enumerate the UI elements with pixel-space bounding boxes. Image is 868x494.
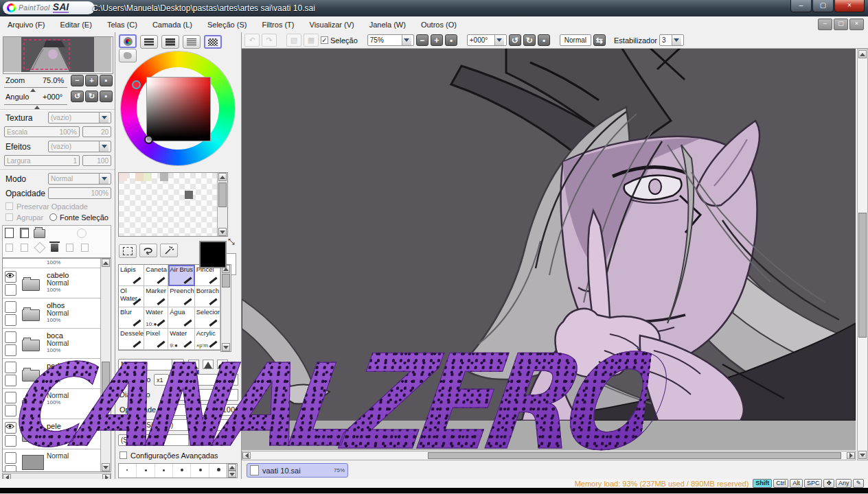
- swatch[interactable]: [144, 173, 152, 181]
- brush-shape-value[interactable]: 50: [203, 419, 238, 431]
- transfer-down-button[interactable]: [3, 242, 15, 254]
- flip-preview-button[interactable]: ▧: [286, 34, 301, 47]
- menu-telas[interactable]: Telas (C): [100, 21, 145, 29]
- canvas-vscrollbar[interactable]: [857, 49, 868, 460]
- canvas-rotate-reset-button[interactable]: ▪: [538, 34, 550, 46]
- rotate-reset-button[interactable]: ▪: [100, 91, 113, 102]
- layer-select-checkbox[interactable]: [5, 284, 16, 296]
- layer-select-checkbox[interactable]: [5, 314, 16, 326]
- scroll-up-button[interactable]: [858, 50, 867, 58]
- layer-visibility-toggle[interactable]: [5, 362, 16, 373]
- space-key-button[interactable]: SPC: [804, 479, 823, 488]
- layer-select-checkbox[interactable]: [5, 465, 16, 472]
- scroll-down-button[interactable]: [858, 451, 867, 459]
- menu-editar[interactable]: Editar (E): [52, 21, 99, 29]
- layer-visibility-toggle[interactable]: [5, 392, 16, 403]
- merge-copy-button[interactable]: [64, 242, 76, 254]
- tool-pixel[interactable]: Pixel: [144, 329, 168, 350]
- scroll-down-button[interactable]: [228, 471, 236, 478]
- canvas-zoom-out-button[interactable]: −: [416, 34, 429, 46]
- effects-width-field[interactable]: Largura 1: [4, 155, 80, 166]
- tool-airbrush[interactable]: Air Brus: [168, 265, 194, 286]
- scroll-right-button[interactable]: [847, 452, 855, 459]
- maximize-button[interactable]: ▢: [812, 0, 834, 12]
- layer-visibility-toggle[interactable]: [5, 422, 16, 434]
- layer-row-boca[interactable]: boca Normal 100%: [3, 329, 101, 359]
- brush-shape-select[interactable]: (Circulo Simples): [118, 419, 201, 431]
- preserve-opacity-checkbox[interactable]: [5, 202, 13, 210]
- layer-mode-select[interactable]: Normal: [48, 173, 111, 185]
- foreground-color-swatch[interactable]: [199, 241, 227, 268]
- canvas-zoom-reset-button[interactable]: ▪: [445, 34, 457, 46]
- scroll-down-button[interactable]: [222, 343, 230, 351]
- color-wheel[interactable]: [121, 51, 235, 165]
- swatch[interactable]: [135, 173, 144, 181]
- close-button[interactable]: ×: [834, 0, 865, 12]
- flip-horizontal-button[interactable]: ⇆: [593, 34, 606, 46]
- scroll-left-button[interactable]: [242, 452, 251, 459]
- layer-visibility-toggle[interactable]: [5, 301, 16, 313]
- tool-olwater[interactable]: Ol Water: [119, 286, 144, 307]
- undo-button[interactable]: ↶: [244, 34, 260, 47]
- zoom-reset-button[interactable]: ▪: [100, 75, 113, 86]
- layer-list-scrollbar[interactable]: [100, 259, 111, 471]
- alt-key-button[interactable]: Alt: [790, 479, 803, 488]
- scrollbar-thumb[interactable]: [218, 183, 227, 207]
- mask-button[interactable]: [76, 228, 87, 239]
- new-linework-layer-button[interactable]: [19, 227, 30, 239]
- document-tab-vaati[interactable]: vaati 10.sai 75%: [247, 463, 348, 478]
- layer-select-checkbox[interactable]: [5, 435, 16, 447]
- canvas-angle-select[interactable]: +000°: [467, 34, 507, 46]
- clear-layer-button[interactable]: [34, 242, 45, 254]
- tool-caneta[interactable]: Caneta: [144, 265, 168, 286]
- canvas-hscrollbar[interactable]: [242, 451, 856, 460]
- texture-aux-field[interactable]: 20: [82, 126, 111, 137]
- tool-desselecionar[interactable]: Dessele: [119, 329, 144, 350]
- rect-select-tool[interactable]: [119, 244, 137, 258]
- brush-texture-select[interactable]: (Sem textura): [118, 434, 201, 446]
- lasso-tool[interactable]: [139, 244, 157, 257]
- scrollbar-thumb[interactable]: [428, 452, 841, 459]
- swatch-panel[interactable]: [118, 172, 228, 237]
- scrollbar-thumb[interactable]: [102, 362, 110, 408]
- brush-size-preset[interactable]: [191, 464, 209, 478]
- menu-outros[interactable]: Outros (O): [413, 21, 464, 29]
- swatch[interactable]: [185, 191, 193, 199]
- menu-filtros[interactable]: Filtros (T): [254, 21, 301, 29]
- scroll-down-button[interactable]: [218, 228, 227, 236]
- scroll-up-button[interactable]: [218, 173, 227, 181]
- canvas-viewport[interactable]: [242, 49, 856, 450]
- layer-select-checkbox[interactable]: [5, 344, 16, 356]
- any-key-button[interactable]: Any: [836, 479, 852, 488]
- selection-checkbox[interactable]: ✓: [321, 36, 328, 44]
- hsv-slider-tab[interactable]: [161, 35, 179, 49]
- menu-arquivo[interactable]: Arquivo (F): [0, 21, 52, 29]
- delete-layer-button[interactable]: [49, 242, 60, 254]
- brush-size-preset[interactable]: [209, 464, 227, 478]
- merge-down-button[interactable]: [19, 242, 30, 254]
- magic-wand-tool[interactable]: [160, 244, 178, 257]
- texture-select[interactable]: (vazio): [48, 112, 111, 124]
- swatch[interactable]: [119, 173, 127, 181]
- size-unit-button[interactable]: x1: [154, 374, 169, 386]
- stabilizer-select[interactable]: 3: [659, 34, 684, 46]
- scratchpad-tab[interactable]: [119, 49, 137, 62]
- new-folder-button[interactable]: [34, 227, 45, 239]
- effects-aux-field[interactable]: 100: [82, 155, 111, 166]
- menu-janela[interactable]: Janela (W): [362, 21, 413, 29]
- layer-select-checkbox[interactable]: [5, 375, 16, 386]
- layer-row-cabelo[interactable]: cabelo Normal 100%: [3, 268, 101, 298]
- layer-row-partial-bottom[interactable]: Normal: [3, 449, 101, 472]
- tool-acrylic[interactable]: Acrylic×p'm: [195, 329, 220, 350]
- brush-size-preset[interactable]: [173, 464, 191, 478]
- zoom-out-button[interactable]: −: [71, 75, 84, 86]
- grid-button[interactable]: ▦: [304, 34, 319, 47]
- swatches-tab[interactable]: [204, 35, 222, 49]
- canvas-zoom-select[interactable]: 75%: [367, 34, 414, 46]
- layer-row-olhos[interactable]: olhos Normal 100%: [3, 298, 101, 329]
- canvas-zoom-in-button[interactable]: +: [431, 34, 443, 46]
- selection-source-radio[interactable]: [49, 213, 57, 221]
- scrollbar-thumb[interactable]: [222, 274, 230, 287]
- new-layer-button[interactable]: [3, 227, 15, 239]
- tool-blur[interactable]: Blur: [119, 307, 144, 329]
